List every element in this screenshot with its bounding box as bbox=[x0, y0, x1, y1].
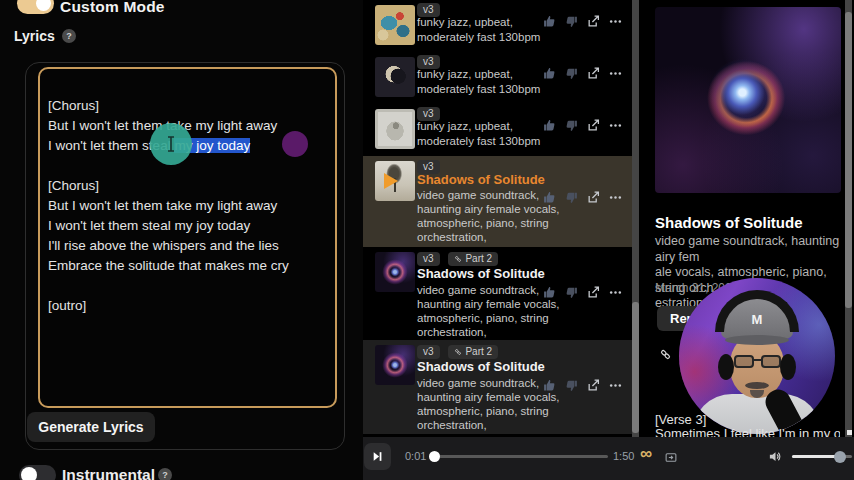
lyric-line: [outro] bbox=[48, 296, 327, 316]
song-style-line: orchestration, bbox=[417, 325, 560, 339]
part-badge-label: Part 2 bbox=[465, 345, 492, 359]
custom-mode-toggle[interactable] bbox=[17, 0, 54, 14]
song-artwork[interactable] bbox=[655, 7, 841, 193]
thumbs-down-icon[interactable] bbox=[564, 118, 578, 132]
headphone-earcup bbox=[780, 354, 796, 380]
thumbs-up-icon[interactable] bbox=[542, 285, 556, 299]
link-icon bbox=[659, 348, 672, 361]
lyric-line-blank bbox=[48, 156, 327, 176]
song-thumbnail[interactable] bbox=[375, 345, 415, 385]
link-icon bbox=[454, 255, 462, 263]
lyrics-verse-heading: [Verse 3] bbox=[655, 412, 706, 427]
song-style-line: moderately fast 130bpm bbox=[417, 30, 540, 45]
song-row-playing[interactable]: v3 Shadows of Solitude video game soundt… bbox=[363, 156, 632, 247]
song-title[interactable]: Shadows of Solitude bbox=[417, 266, 545, 281]
glasses-bridge bbox=[754, 359, 762, 361]
headphone-earcup bbox=[718, 354, 734, 380]
share-icon[interactable] bbox=[586, 14, 600, 28]
lyrics-textarea[interactable]: [Chorus] But I won't let them take my li… bbox=[38, 67, 337, 408]
custom-mode-label: Custom Mode bbox=[60, 0, 165, 16]
create-panel: Custom Mode Lyrics ? [Chorus] But I won'… bbox=[0, 0, 363, 480]
progress-bar[interactable] bbox=[432, 455, 608, 458]
lyric-line: [Chorus] bbox=[48, 96, 327, 116]
more-options-icon[interactable] bbox=[608, 14, 622, 28]
volume-handle[interactable] bbox=[834, 451, 846, 463]
song-style-line: moderately fast 130bpm bbox=[417, 82, 540, 97]
song-thumbnail[interactable] bbox=[375, 161, 415, 201]
thumbs-up-icon[interactable] bbox=[542, 118, 556, 132]
scrollbar-thumb[interactable] bbox=[632, 302, 639, 433]
thumbs-up-icon[interactable] bbox=[542, 14, 556, 28]
song-style-line: funky jazz, upbeat, bbox=[417, 67, 540, 82]
song-style-line: atmospheric, piano, string bbox=[417, 404, 560, 418]
song-row[interactable]: v3 Part 2 Shadows of Solitude video game… bbox=[363, 247, 632, 340]
lyrics-help-icon[interactable]: ? bbox=[62, 29, 76, 43]
song-thumbnail[interactable] bbox=[375, 109, 415, 149]
part-badge-label: Part 2 bbox=[465, 252, 492, 266]
lyric-line: [Chorus] bbox=[48, 176, 327, 196]
annotation-dot bbox=[282, 131, 308, 157]
thumbs-down-icon[interactable] bbox=[564, 378, 578, 392]
volume-fill bbox=[792, 455, 840, 458]
autoplay-loop-icon[interactable]: ∞ bbox=[640, 444, 652, 464]
instrumental-help-icon[interactable]: ? bbox=[158, 468, 172, 480]
more-options-icon[interactable] bbox=[608, 66, 622, 80]
style-line: video game soundtrack, haunting airy fem bbox=[655, 234, 843, 265]
song-list-scrollbar[interactable] bbox=[632, 0, 639, 437]
detail-scrollbar[interactable] bbox=[845, 0, 852, 437]
more-options-icon[interactable] bbox=[608, 378, 622, 392]
progress-knob[interactable] bbox=[429, 451, 440, 462]
song-row[interactable]: v3 Part 2 Shadows of Solitude video game… bbox=[363, 340, 632, 434]
song-style-line: haunting airy female vocals, bbox=[417, 390, 560, 404]
lyric-line: I won't let them steal my joy today bbox=[48, 216, 327, 236]
share-icon[interactable] bbox=[586, 378, 600, 392]
player-bar: 0:01 1:50 ∞ bbox=[363, 437, 854, 480]
more-options-icon[interactable] bbox=[608, 285, 622, 299]
song-style-line: video game soundtrack, bbox=[417, 376, 560, 390]
generate-lyrics-button[interactable]: Generate Lyrics bbox=[27, 412, 155, 442]
thumbs-down-icon[interactable] bbox=[564, 190, 578, 204]
cap-brim bbox=[725, 335, 789, 345]
link-icon bbox=[454, 348, 462, 356]
thumbs-down-icon[interactable] bbox=[564, 14, 578, 28]
thumbs-down-icon[interactable] bbox=[564, 66, 578, 80]
song-row[interactable]: v3 funky jazz, upbeat, moderately fast 1… bbox=[363, 0, 632, 52]
song-row[interactable]: v3 funky jazz, upbeat, moderately fast 1… bbox=[363, 104, 632, 156]
share-icon[interactable] bbox=[586, 118, 600, 132]
cursor-highlight-circle bbox=[150, 123, 192, 165]
song-style-line: funky jazz, upbeat, bbox=[417, 119, 540, 134]
song-title[interactable]: Shadows of Solitude bbox=[417, 172, 545, 187]
more-options-icon[interactable] bbox=[608, 118, 622, 132]
webcam-overlay: M bbox=[679, 278, 835, 434]
share-icon[interactable] bbox=[586, 190, 600, 204]
app-window: Custom Mode Lyrics ? [Chorus] But I won'… bbox=[0, 0, 854, 480]
skip-next-button[interactable] bbox=[364, 443, 391, 470]
more-options-icon[interactable] bbox=[608, 190, 622, 204]
song-style-line: video game soundtrack, bbox=[417, 283, 560, 297]
song-thumbnail[interactable] bbox=[375, 57, 415, 97]
song-thumbnail[interactable] bbox=[375, 5, 415, 45]
instrumental-toggle[interactable] bbox=[19, 465, 56, 480]
lyric-line: But I won't let them take my light away bbox=[48, 196, 327, 216]
share-icon[interactable] bbox=[586, 66, 600, 80]
song-list: v3 funky jazz, upbeat, moderately fast 1… bbox=[363, 0, 632, 437]
thumbs-up-icon[interactable] bbox=[542, 66, 556, 80]
song-style-line: atmospheric, piano, string bbox=[417, 311, 560, 325]
thumbs-down-icon[interactable] bbox=[564, 285, 578, 299]
scrollbar-thumb[interactable] bbox=[845, 12, 852, 308]
song-style-line: haunting airy female vocals, bbox=[417, 297, 560, 311]
thumbs-up-icon[interactable] bbox=[542, 378, 556, 392]
toggle-knob bbox=[36, 0, 51, 11]
song-style-line: haunting airy female vocals, bbox=[417, 202, 560, 216]
queue-icon[interactable] bbox=[664, 450, 678, 468]
thumbs-up-icon[interactable] bbox=[542, 190, 556, 204]
volume-icon[interactable] bbox=[768, 449, 783, 468]
song-thumbnail[interactable] bbox=[375, 252, 415, 292]
part-badge: Part 2 bbox=[448, 252, 498, 266]
skip-next-icon bbox=[371, 450, 384, 463]
song-title[interactable]: Shadows of Solitude bbox=[417, 359, 545, 374]
version-badge: v3 bbox=[417, 345, 440, 359]
play-overlay-icon bbox=[384, 173, 398, 189]
song-row[interactable]: v3 funky jazz, upbeat, moderately fast 1… bbox=[363, 52, 632, 104]
share-icon[interactable] bbox=[586, 285, 600, 299]
